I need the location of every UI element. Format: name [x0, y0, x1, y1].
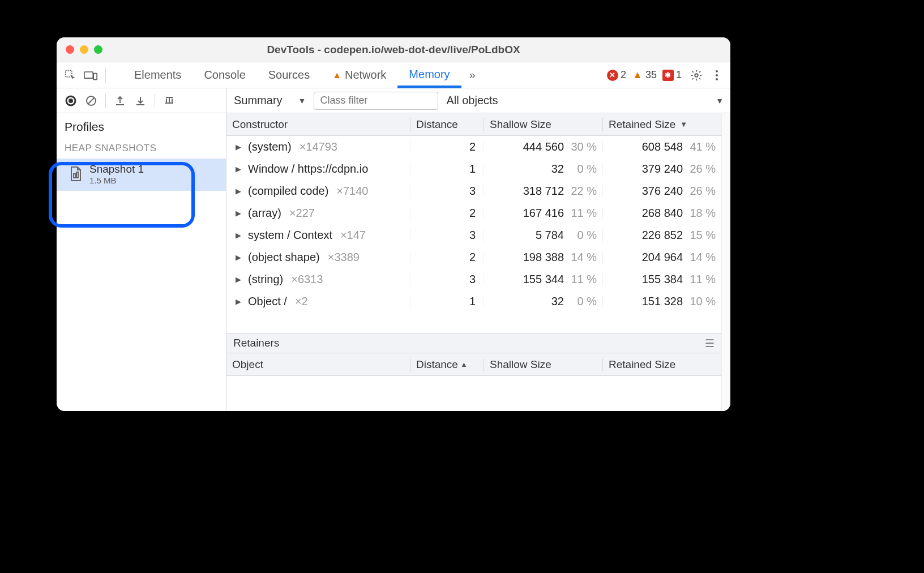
class-filter-input[interactable] — [314, 92, 438, 110]
memory-toolbar: Summary ▼ All objects ▼ — [57, 88, 730, 113]
warning-count[interactable]: ▲ 35 — [632, 69, 657, 81]
cell-distance: 3 — [410, 229, 484, 242]
issues-count[interactable]: ✱ 1 — [662, 69, 682, 81]
table-row[interactable]: ▶ (string) ×6313 3 155 34411 % 155 38411… — [226, 268, 721, 290]
cell-retained: 268 84018 % — [602, 207, 721, 220]
cell-retained: 608 54841 % — [602, 140, 721, 153]
svg-point-4 — [716, 70, 718, 72]
cell-distance: 2 — [410, 207, 484, 220]
table-row[interactable]: ▶ (compiled code) ×7140 3 318 71222 % 37… — [226, 180, 721, 202]
tab-label: Network — [345, 69, 386, 82]
error-count-value: 2 — [621, 69, 626, 81]
constructor-name: Object / — [248, 295, 287, 308]
snapshot-text: Snapshot 1 1.5 MB — [89, 163, 144, 185]
table-row[interactable]: ▶ system / Context ×147 3 5 7840 % 226 8… — [226, 224, 721, 246]
disclosure-triangle-icon[interactable]: ▶ — [236, 253, 243, 262]
cell-distance: 3 — [410, 273, 484, 286]
rcol-distance[interactable]: Distance ▲ — [410, 358, 484, 371]
chevron-down-icon[interactable]: ▼ — [716, 96, 724, 105]
tabs-overflow-button[interactable]: » — [464, 69, 481, 82]
svg-rect-2 — [93, 73, 97, 79]
view-controls: Summary ▼ All objects ▼ — [226, 88, 730, 113]
col-shallow-size[interactable]: Shallow Size — [484, 118, 602, 131]
top-toolbar: Elements Console Sources ▲ Network Memor… — [57, 62, 730, 88]
perspective-dropdown[interactable]: Summary ▼ — [234, 94, 306, 107]
window-title: DevTools - codepen.io/web-dot-dev/live/P… — [57, 44, 730, 56]
disclosure-triangle-icon[interactable]: ▶ — [236, 165, 243, 173]
cell-distance: 2 — [410, 251, 484, 264]
device-toolbar-icon[interactable] — [82, 66, 100, 84]
tab-console[interactable]: Console — [192, 62, 256, 88]
snapshot-main: Constructor Distance Shallow Size Retain… — [226, 113, 721, 411]
cell-retained: 204 96414 % — [602, 251, 721, 264]
error-count[interactable]: ✕ 2 — [607, 69, 626, 81]
cell-distance: 1 — [410, 163, 484, 176]
objects-scope-dropdown[interactable]: All objects — [446, 94, 498, 107]
col-distance[interactable]: Distance — [410, 118, 484, 131]
snapshot-item[interactable]: Snapshot 1 1.5 MB — [57, 159, 226, 191]
retainers-menu-icon[interactable]: ☰ — [705, 337, 715, 350]
window-controls — [57, 45, 102, 54]
constructor-name: (system) — [248, 140, 292, 153]
tab-label: Sources — [268, 69, 310, 82]
table-row[interactable]: ▶ (system) ×14793 2 444 56030 % 608 5484… — [226, 136, 721, 158]
constructor-name: Window / https://cdpn.io — [248, 163, 368, 176]
clear-icon[interactable] — [83, 92, 100, 109]
constructor-name: (compiled code) — [248, 185, 328, 198]
tab-label: Elements — [134, 69, 181, 82]
cell-shallow: 320 % — [484, 295, 602, 308]
table-row[interactable]: ▶ Object / ×2 1 320 % 151 32810 % — [226, 290, 721, 313]
objects-scope-label: All objects — [446, 94, 498, 106]
cell-distance: 2 — [410, 140, 484, 153]
col-retained-size[interactable]: Retained Size ▼ — [602, 118, 721, 131]
svg-point-5 — [716, 74, 718, 76]
cell-shallow: 155 34411 % — [484, 273, 602, 286]
retainers-bar: Retainers ☰ — [226, 333, 721, 353]
tab-network[interactable]: ▲ Network — [321, 62, 397, 88]
collect-garbage-icon[interactable] — [161, 92, 178, 109]
tab-label: Memory — [409, 68, 450, 81]
tab-elements[interactable]: Elements — [123, 62, 192, 88]
scrollbar[interactable] — [721, 113, 730, 411]
cell-retained: 376 24026 % — [602, 185, 721, 198]
col-retained-label: Retained Size — [609, 118, 675, 131]
close-window-button[interactable] — [66, 45, 74, 54]
disclosure-triangle-icon[interactable]: ▶ — [236, 231, 243, 240]
profiles-sidebar: Profiles HEAP SNAPSHOTS Snapshot 1 1.5 M… — [57, 113, 226, 411]
disclosure-triangle-icon[interactable]: ▶ — [236, 187, 243, 195]
settings-icon[interactable] — [687, 66, 705, 84]
panel-tabs: Elements Console Sources ▲ Network Memor… — [123, 62, 461, 88]
disclosure-triangle-icon[interactable]: ▶ — [236, 297, 243, 306]
inspect-element-icon[interactable] — [61, 66, 79, 84]
zoom-window-button[interactable] — [94, 45, 102, 54]
divider — [155, 94, 155, 108]
more-options-icon[interactable] — [708, 66, 726, 84]
rcol-retained[interactable]: Retained Size — [602, 358, 721, 371]
disclosure-triangle-icon[interactable]: ▶ — [236, 209, 243, 217]
overflow-glyph: » — [469, 69, 476, 81]
constructors-table: Constructor Distance Shallow Size Retain… — [226, 113, 721, 333]
divider — [105, 68, 106, 83]
rcol-shallow[interactable]: Shallow Size — [484, 358, 602, 371]
record-icon[interactable] — [62, 92, 79, 109]
tab-sources[interactable]: Sources — [257, 62, 321, 88]
save-profile-icon[interactable] — [132, 92, 149, 109]
table-row[interactable]: ▶ Window / https://cdpn.io 1 320 % 379 2… — [226, 158, 721, 180]
table-row[interactable]: ▶ (array) ×227 2 167 41611 % 268 84018 % — [226, 202, 721, 224]
tab-memory[interactable]: Memory — [397, 62, 461, 88]
cell-shallow: 198 38814 % — [484, 251, 602, 264]
load-profile-icon[interactable] — [112, 92, 129, 109]
col-constructor[interactable]: Constructor — [226, 118, 410, 131]
cell-retained: 151 32810 % — [602, 295, 721, 308]
sort-asc-icon: ▲ — [460, 360, 468, 369]
retainers-header: Object Distance ▲ Shallow Size Retained … — [226, 353, 721, 376]
issues-icon: ✱ — [662, 70, 674, 81]
warning-icon: ▲ — [332, 70, 341, 80]
table-row[interactable]: ▶ (object shape) ×3389 2 198 38814 % 204… — [226, 246, 721, 268]
table-body[interactable]: ▶ (system) ×14793 2 444 56030 % 608 5484… — [226, 136, 721, 333]
cell-shallow: 318 71222 % — [484, 185, 602, 198]
disclosure-triangle-icon[interactable]: ▶ — [236, 275, 243, 284]
rcol-object[interactable]: Object — [226, 358, 410, 371]
disclosure-triangle-icon[interactable]: ▶ — [236, 143, 243, 151]
minimize-window-button[interactable] — [80, 45, 88, 54]
